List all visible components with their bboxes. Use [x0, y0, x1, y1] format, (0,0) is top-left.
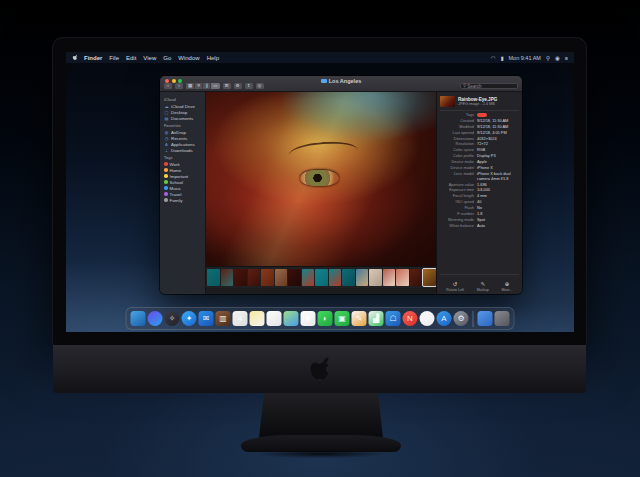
quick-action-button[interactable]: ⊕ More...: [501, 282, 512, 293]
quick-action-label: Markup: [477, 288, 489, 292]
dock-app-icon-news[interactable]: N: [403, 311, 418, 326]
menu-item-file[interactable]: File: [109, 55, 119, 61]
siri-icon[interactable]: ◉: [555, 55, 560, 61]
sidebar-item-label: iCloud Drive: [171, 104, 195, 109]
quick-action-label: More...: [501, 288, 512, 292]
menu-item-edit[interactable]: Edit: [126, 55, 136, 61]
metadata-value: 4 mm: [477, 194, 519, 199]
quick-actions: ↺ Rotate Left ✎ Markup ⊕ More...: [440, 274, 519, 292]
dock-app-icon-siri[interactable]: [148, 311, 163, 326]
filmstrip-thumbnail[interactable]: [315, 269, 328, 286]
filmstrip-thumbnail[interactable]: [356, 269, 369, 286]
filmstrip-thumbnail[interactable]: [329, 269, 342, 286]
sidebar-item-label: Downloads: [171, 148, 193, 153]
photo-preview[interactable]: [206, 92, 436, 266]
dock-app-icon-maps[interactable]: [284, 311, 299, 326]
sidebar-item-documents[interactable]: ▤Documents: [164, 115, 205, 121]
wifi-icon[interactable]: ◠: [491, 55, 496, 61]
quick-action-button[interactable]: ↺ Rotate Left: [446, 282, 464, 293]
dock-app-icon-mail[interactable]: ✉: [199, 311, 214, 326]
filmstrip-footer: [206, 288, 436, 294]
dock-app-icon-app-store[interactable]: A: [437, 311, 452, 326]
floor-shadow: [228, 448, 414, 460]
file-thumbnail[interactable]: [440, 96, 455, 107]
menu-item-window[interactable]: Window: [178, 55, 199, 61]
metadata-grid: Created 9/12/18, 11:30 AM Modified 9/12/…: [440, 119, 519, 229]
filmstrip-thumbnail[interactable]: [342, 269, 355, 286]
battery-icon[interactable]: ▮: [500, 55, 503, 61]
filmstrip-thumbnail[interactable]: [261, 269, 274, 286]
sidebar-item-label: Recents: [171, 136, 187, 141]
filmstrip-thumbnail[interactable]: [369, 269, 382, 286]
icloud-drive-icon: ☁: [164, 104, 169, 109]
search-input[interactable]: [467, 84, 515, 89]
menu-bar-clock[interactable]: Mon 9:41 AM: [509, 55, 541, 61]
filmstrip-thumbnail[interactable]: [410, 269, 423, 286]
metadata-value: No: [477, 206, 519, 211]
back-button[interactable]: ‹: [164, 83, 172, 90]
menu-item-view[interactable]: View: [143, 55, 156, 61]
quick-action-label: Rotate Left: [446, 288, 464, 292]
view-mode-button[interactable]: ≡: [195, 83, 203, 90]
dock-app-icon-finder[interactable]: [131, 311, 146, 326]
spotlight-search-icon[interactable]: ⚲: [546, 55, 550, 61]
dock-app-icon-launchpad[interactable]: ✧: [165, 311, 180, 326]
dock-app-icon-safari[interactable]: ✦: [182, 311, 197, 326]
dock-app-icon-reminders[interactable]: ⋮: [267, 311, 282, 326]
recents-icon: ◷: [164, 136, 169, 141]
share-button[interactable]: ↥: [245, 83, 253, 90]
dock-extra-icon-downloads-folder[interactable]: [478, 311, 493, 326]
quick-action-icon: ⊕: [505, 282, 510, 288]
dock-app-icon-numbers[interactable]: ▟: [369, 311, 384, 326]
forward-button[interactable]: ›: [175, 83, 183, 90]
sidebar-tag-label: Important: [170, 174, 189, 179]
dock-extra-icon-trash[interactable]: [495, 311, 510, 326]
window-body: iCloud ☁iCloud Drive▢Desktop▤Documents F…: [160, 92, 522, 294]
sidebar-item-label: Documents: [171, 116, 193, 121]
dock-app-icon-pages[interactable]: ✎: [352, 311, 367, 326]
view-mode-button[interactable]: ∥: [203, 83, 211, 90]
info-header: Rainbow-Eye.JPG JPEG image - 2.4 MB: [440, 96, 519, 107]
filmstrip-thumbnail[interactable]: [288, 269, 301, 286]
apple-menu-icon[interactable]: [72, 54, 78, 61]
filmstrip-thumbnail[interactable]: [423, 269, 436, 286]
filmstrip-thumbnail[interactable]: [248, 269, 261, 286]
group-button[interactable]: ⊞: [223, 83, 231, 90]
sidebar-item-downloads[interactable]: ⇣Downloads: [164, 147, 205, 153]
action-menu-button[interactable]: ⚙: [234, 83, 242, 90]
metadata-value: 9/12/18, 4:05 PM: [477, 131, 519, 136]
sidebar-item-label: Desktop: [171, 110, 187, 115]
dock-app-icon-facetime[interactable]: ▣: [335, 311, 350, 326]
edit-tags-button[interactable]: ◎: [256, 83, 264, 90]
filmstrip-thumbnail[interactable]: [234, 269, 247, 286]
dock-app-icon-photos[interactable]: ❋: [301, 311, 316, 326]
sidebar-tag-item[interactable]: Family: [164, 197, 205, 203]
filmstrip-thumbnail[interactable]: [383, 269, 396, 286]
dock-app-icon-calendar[interactable]: 4: [233, 311, 248, 326]
dock-app-icon-system-preferences[interactable]: ⚙: [454, 311, 469, 326]
dock-app-icon-notes[interactable]: [250, 311, 265, 326]
menu-bar: Finder File Edit View Go Window Help ◠ ▮…: [66, 52, 574, 63]
menu-item-finder[interactable]: Finder: [84, 55, 102, 61]
menu-item-go[interactable]: Go: [163, 55, 171, 61]
search-field[interactable]: ⚲: [460, 83, 518, 90]
dock-app-icon-contacts[interactable]: ▥: [216, 311, 231, 326]
filmstrip-thumbnail[interactable]: [275, 269, 288, 286]
sidebar-tag-label: School: [170, 180, 183, 185]
dock-app-icon-messages[interactable]: ◗: [318, 311, 333, 326]
dock-app-icon-keynote[interactable]: ☖: [386, 311, 401, 326]
filmstrip-thumbnail[interactable]: [302, 269, 315, 286]
menu-item-help[interactable]: Help: [207, 55, 219, 61]
filmstrip-thumbnail[interactable]: [207, 269, 220, 286]
filmstrip-thumbnail[interactable]: [221, 269, 234, 286]
tag-chip-red[interactable]: [477, 113, 487, 117]
window-titlebar[interactable]: Los Angeles ‹ › ▦≡∥▭ ⊞ ⚙ ↥ ◎ ⚲: [160, 76, 522, 92]
dock-app-icon-itunes[interactable]: ♪: [420, 311, 435, 326]
notification-center-icon[interactable]: ≡: [565, 55, 568, 61]
tag-color-dot: [164, 168, 168, 172]
quick-action-button[interactable]: ✎ Markup: [477, 282, 489, 293]
view-mode-button[interactable]: ▭: [211, 83, 219, 90]
filmstrip-thumbnail[interactable]: [396, 269, 409, 286]
view-mode-button[interactable]: ▦: [186, 83, 195, 90]
sidebar-section-header: Favorites: [164, 124, 205, 128]
